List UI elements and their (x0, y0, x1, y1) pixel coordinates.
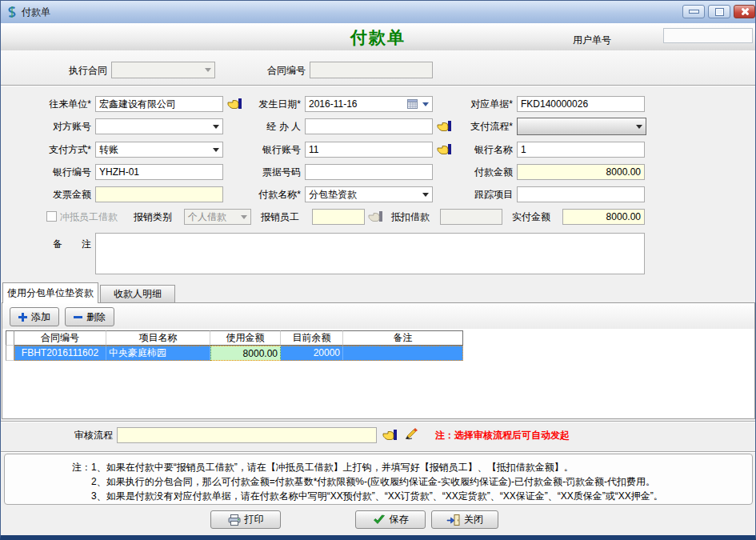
page-title: 付款单 (1, 26, 755, 49)
tab-payee-details[interactable]: 收款人明细 (100, 285, 175, 302)
ref-doc-input[interactable] (517, 96, 645, 112)
cell-remark (343, 346, 463, 361)
pay-method-value: 转账 (99, 144, 118, 155)
pay-method-label: 支付方式* (1, 142, 91, 158)
occur-date-label: 发生日期* (225, 96, 301, 112)
counterpart-label: 往来单位* (1, 96, 91, 112)
save-button[interactable]: 保存 (355, 510, 426, 529)
bank-account-input[interactable] (305, 142, 433, 158)
actual-amount-label: 实付金额 (512, 209, 550, 225)
remark-label: 备 注 (1, 236, 91, 252)
detail-panel: 添加 删除 合同编号 项目名称 使用金额 目前余额 备注 FBHT2016111… (2, 302, 755, 419)
bank-code-input[interactable] (95, 164, 223, 180)
bill-no-input[interactable] (305, 164, 433, 180)
chevron-down-icon[interactable] (420, 98, 431, 110)
user-no-input[interactable] (663, 28, 753, 43)
pay-flow-label: 支付流程* (437, 118, 513, 134)
cell-balance: 20000 (281, 346, 343, 361)
cell-project-name: 中央豪庭柿园 (106, 346, 210, 361)
table-row[interactable]: FBHT2016111602 中央豪庭柿园 8000.00 20000 (6, 346, 463, 361)
picker-hand-icon[interactable] (368, 210, 383, 222)
note-line-2: 2、如果执行的分包合同，那么可付款金额=付款基数*付款限额%-(应收履约保证金-… (5, 474, 752, 489)
maximize-icon (715, 8, 724, 16)
bank-code-label: 银行编号 (1, 164, 91, 180)
pay-amount-label: 付款金额 (437, 164, 513, 180)
chevron-down-icon (419, 188, 431, 201)
expense-type-select[interactable]: 个人借款 (184, 209, 251, 225)
title-bar: 付款单 (1, 1, 755, 24)
occur-date-field[interactable]: 2016-11-16 (305, 96, 433, 112)
tab-label: 收款人明细 (114, 288, 162, 299)
plus-icon (18, 313, 27, 322)
chevron-down-icon (633, 119, 645, 134)
pay-amount-input[interactable] (517, 164, 645, 180)
offset-loan-checkbox[interactable] (46, 211, 57, 222)
expense-staff-label: 报销员工 (261, 209, 299, 225)
contract-no-label: 合同编号 (230, 62, 306, 78)
pay-name-select[interactable]: 分包垫资款 (305, 186, 433, 202)
handler-input[interactable] (305, 118, 433, 134)
grid-header-cell[interactable]: 项目名称 (106, 330, 210, 346)
window-title: 付款单 (22, 6, 50, 19)
app-icon (6, 6, 18, 18)
bank-name-input[interactable] (517, 142, 645, 158)
audit-note: 注：选择审核流程后可自动发起 (435, 427, 570, 443)
chevron-down-icon (202, 63, 214, 77)
picker-hand-icon[interactable] (382, 429, 398, 441)
exec-contract-select[interactable] (111, 62, 215, 78)
chevron-down-icon (238, 210, 250, 223)
remark-textarea[interactable] (95, 233, 645, 274)
print-button-label: 打印 (245, 513, 264, 526)
expense-staff-input[interactable] (312, 209, 365, 225)
deduct-loan-label: 抵扣借款 (391, 209, 430, 225)
door-icon (446, 514, 460, 526)
add-button-label: 添加 (31, 310, 50, 324)
track-project-label: 跟踪项目 (437, 186, 513, 202)
minimize-button[interactable] (682, 5, 705, 18)
chevron-down-icon (210, 143, 222, 156)
minimize-icon (689, 10, 699, 14)
print-button[interactable]: 打印 (210, 510, 281, 529)
audit-flow-label: 审核流程 (33, 427, 113, 443)
grid-header-cell[interactable]: 合同编号 (14, 330, 106, 346)
tab-subcontract-advance[interactable]: 使用分包单位垫资款 (2, 282, 98, 303)
delete-button[interactable]: 删除 (65, 307, 114, 326)
opp-account-select[interactable] (95, 118, 223, 134)
grid-header-cell[interactable]: 使用金额 (210, 330, 281, 346)
cell-contract-no: FBHT2016111602 (14, 346, 106, 361)
maximize-button[interactable] (708, 5, 730, 18)
grid-header-cell[interactable]: 备注 (343, 330, 463, 346)
occur-date-value: 2016-11-16 (309, 98, 358, 110)
delete-button-label: 删除 (86, 310, 106, 324)
grid-header-cell[interactable]: 目前余额 (281, 330, 343, 346)
notes-panel: 注：1、如果在付款中要“报销员工借款”，请在【冲抵员工借款】上打钩，并填写好【报… (4, 454, 753, 505)
actual-amount-input[interactable] (562, 209, 645, 225)
exec-contract-label: 执行合同 (17, 62, 107, 78)
payment-form-window: 付款单 付款单 用户单号 执行合同 合同编号 往来单位* 发生日期* 2016-… (0, 0, 756, 540)
invoice-amount-input[interactable] (95, 186, 223, 202)
track-project-input[interactable] (517, 186, 645, 202)
pay-method-select[interactable]: 转账 (95, 142, 223, 158)
expense-type-value: 个人借款 (188, 211, 226, 222)
close-button[interactable] (734, 5, 755, 18)
offset-loan-label: 冲抵员工借款 (60, 209, 118, 225)
form-header: 付款单 用户单号 (1, 23, 755, 51)
signature-pen-icon[interactable] (404, 426, 418, 440)
note-line-1: 注：1、如果在付款中要“报销员工借款”，请在【冲抵员工借款】上打钩，并填写好【报… (5, 460, 752, 474)
handler-label: 经 办 人 (225, 118, 301, 134)
counterpart-input[interactable] (95, 96, 223, 112)
expense-type-label: 报销类别 (134, 209, 172, 225)
contract-no-input[interactable] (310, 62, 433, 78)
audit-flow-input[interactable] (117, 427, 377, 443)
close-form-button[interactable]: 关闭 (431, 510, 498, 529)
printer-icon (228, 514, 241, 526)
close-icon (740, 7, 749, 16)
add-button[interactable]: 添加 (10, 307, 59, 326)
pay-name-label: 付款名称* (225, 186, 301, 202)
pay-flow-select[interactable] (517, 118, 646, 135)
bank-name-label: 银行名称 (437, 142, 513, 158)
invoice-amount-label: 发票金额 (1, 186, 91, 202)
calendar-icon[interactable] (407, 99, 418, 109)
grid-header-row: 合同编号 项目名称 使用金额 目前余额 备注 (6, 330, 463, 346)
deduct-loan-input[interactable] (440, 209, 502, 225)
